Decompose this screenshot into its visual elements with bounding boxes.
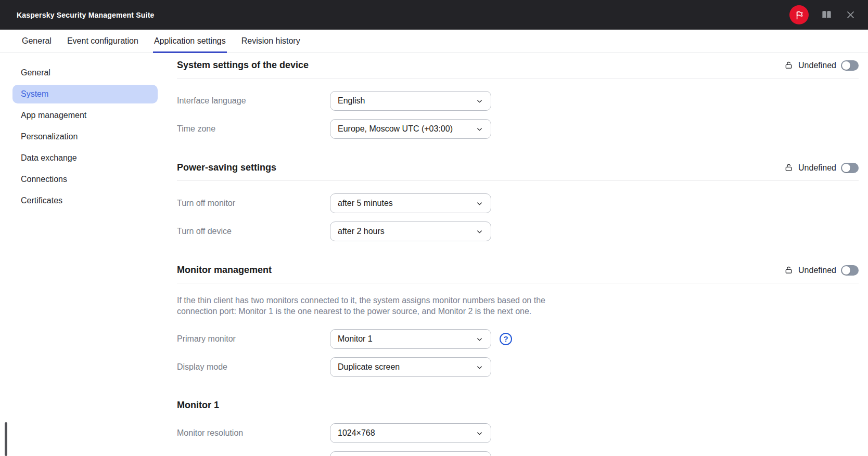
- description-line: If the thin client has two monitors conn…: [177, 295, 859, 306]
- chevron-down-icon: [476, 363, 483, 371]
- sidebar-item-system[interactable]: System: [12, 85, 158, 103]
- help-book-icon[interactable]: [820, 9, 833, 21]
- chevron-down-icon: [476, 335, 483, 343]
- settings-main-panel: System settings of the device Undefined …: [158, 53, 868, 456]
- display-mode-dropdown[interactable]: Duplicate screen: [330, 357, 491, 377]
- toggle-knob: [842, 266, 850, 275]
- kaspersky-flag-logo: [789, 5, 809, 24]
- section-monitor-1-header: Monitor 1: [177, 400, 859, 411]
- monitor-resolution-dropdown[interactable]: 1024×768: [330, 423, 491, 443]
- setting-row: Orientation Landscape: [177, 451, 859, 456]
- chevron-down-icon: [476, 429, 483, 437]
- lock-open-icon: [784, 60, 794, 70]
- section-title: Monitor 1: [177, 400, 219, 411]
- setting-label: Time zone: [177, 124, 330, 134]
- toggle-knob: [842, 61, 850, 70]
- chevron-down-icon: [476, 97, 483, 105]
- section-system-settings-header: System settings of the device Undefined: [177, 60, 859, 79]
- tab-bar: General Event configuration Application …: [0, 30, 868, 53]
- enforcement-control: Undefined: [784, 163, 859, 173]
- close-icon[interactable]: [844, 9, 857, 21]
- setting-label: Turn off device: [177, 227, 330, 236]
- sidebar-item-general[interactable]: General: [12, 63, 158, 82]
- app-title: Kaspersky Security Management Suite: [17, 11, 155, 19]
- tab-general[interactable]: General: [21, 30, 53, 53]
- dropdown-value: after 2 hours: [338, 227, 385, 236]
- primary-monitor-dropdown[interactable]: Monitor 1: [330, 329, 491, 349]
- setting-label: Primary monitor: [177, 334, 330, 344]
- flag-icon: [794, 9, 805, 21]
- setting-label: Monitor resolution: [177, 428, 330, 438]
- sidebar-item-certificates[interactable]: Certificates: [12, 191, 158, 210]
- undefined-toggle[interactable]: [841, 60, 859, 71]
- chevron-down-icon: [476, 228, 483, 236]
- dropdown-value: 1024×768: [338, 428, 375, 438]
- dropdown-value: Monitor 1: [338, 334, 373, 344]
- setting-row: Interface language English: [177, 91, 859, 111]
- dropdown-value: after 5 minutes: [338, 199, 393, 208]
- setting-row: Monitor resolution 1024×768: [177, 423, 859, 443]
- lock-open-icon: [784, 163, 794, 173]
- setting-label: Display mode: [177, 362, 330, 372]
- page-body: General System App management Personaliz…: [0, 53, 868, 456]
- interface-language-dropdown[interactable]: English: [330, 91, 491, 111]
- orientation-dropdown[interactable]: Landscape: [330, 451, 491, 456]
- enforcement-control: Undefined: [784, 265, 859, 276]
- lock-open-icon: [784, 265, 794, 275]
- title-bar: Kaspersky Security Management Suite: [0, 0, 868, 30]
- section-title: Monitor management: [177, 265, 272, 276]
- lock-state-label: Undefined: [798, 61, 836, 70]
- undefined-toggle[interactable]: [841, 163, 859, 173]
- sidebar-item-connections[interactable]: Connections: [12, 170, 158, 189]
- sidebar-item-data-exchange[interactable]: Data exchange: [12, 149, 158, 167]
- chevron-down-icon: [476, 200, 483, 207]
- chevron-down-icon: [476, 125, 483, 133]
- setting-row: Primary monitor Monitor 1 ?: [177, 329, 859, 349]
- turn-off-device-dropdown[interactable]: after 2 hours: [330, 222, 491, 241]
- time-zone-dropdown[interactable]: Europe, Moscow UTC (+03:00): [330, 119, 491, 139]
- settings-sidebar: General System App management Personaliz…: [0, 53, 158, 456]
- lock-state-label: Undefined: [798, 266, 836, 275]
- tab-revision-history[interactable]: Revision history: [240, 30, 301, 53]
- dropdown-value: Duplicate screen: [338, 362, 400, 372]
- lock-state-label: Undefined: [798, 163, 836, 173]
- sidebar-item-app-management[interactable]: App management: [12, 106, 158, 125]
- enforcement-control: Undefined: [784, 60, 859, 71]
- monitor-management-description: If the thin client has two monitors conn…: [177, 295, 859, 317]
- title-bar-actions: [789, 5, 857, 24]
- setting-row: Time zone Europe, Moscow UTC (+03:00): [177, 119, 859, 139]
- tab-event-configuration[interactable]: Event configuration: [66, 30, 139, 53]
- setting-label: Interface language: [177, 96, 330, 106]
- undefined-toggle[interactable]: [841, 265, 859, 276]
- setting-row: Display mode Duplicate screen: [177, 357, 859, 377]
- section-monitor-management-header: Monitor management Undefined: [177, 265, 859, 283]
- description-line: connection port: Monitor 1 is the one ne…: [177, 306, 859, 317]
- section-title: Power-saving settings: [177, 162, 276, 173]
- sidebar-item-personalization[interactable]: Personalization: [12, 127, 158, 146]
- toggle-knob: [842, 164, 850, 172]
- dropdown-value: Europe, Moscow UTC (+03:00): [338, 124, 453, 134]
- help-question-icon[interactable]: ?: [500, 333, 512, 345]
- section-power-saving-header: Power-saving settings Undefined: [177, 162, 859, 181]
- section-title: System settings of the device: [177, 60, 309, 71]
- vertical-scrollbar-thumb[interactable]: [5, 422, 7, 456]
- turn-off-monitor-dropdown[interactable]: after 5 minutes: [330, 193, 491, 213]
- tab-application-settings[interactable]: Application settings: [153, 30, 227, 53]
- setting-row: Turn off device after 2 hours: [177, 222, 859, 241]
- dropdown-value: English: [338, 96, 365, 106]
- setting-row: Turn off monitor after 5 minutes: [177, 193, 859, 213]
- setting-label: Turn off monitor: [177, 199, 330, 208]
